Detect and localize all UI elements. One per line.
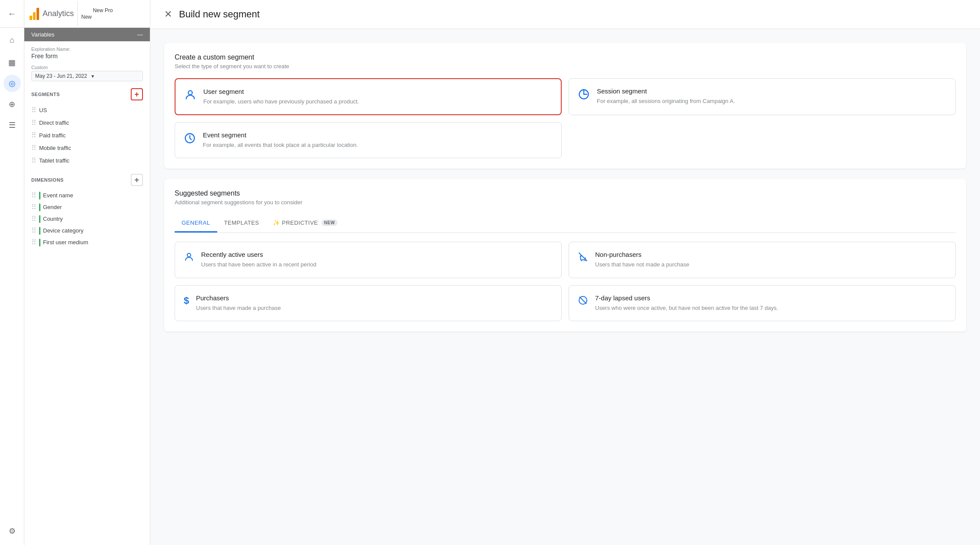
modal-close-button[interactable]: ✕ [164,10,172,19]
exploration-value: Free form [31,53,143,60]
nav-icon-home[interactable]: ⌂ [3,31,21,49]
segment-options-grid: User segment For example, users who have… [175,78,956,158]
session-segment-icon [578,88,590,103]
svg-line-7 [579,297,586,304]
suggested-item-lapsed[interactable]: 7-day lapsed users Users who were once a… [569,285,956,321]
segment-item-paid[interactable]: ⠿ Paid traffic [31,129,143,142]
suggested-item-non-purchasers[interactable]: Non-purchasers Users that have not made … [569,242,956,278]
drag-handle-icon: ⠿ [31,226,36,235]
segment-item-direct[interactable]: ⠿ Direct traffic [31,116,143,129]
modal-title: Build new segment [179,9,260,20]
suggested-grid: Recently active users Users that have be… [175,242,956,321]
tab-predictive[interactable]: ✨ PREDICTIVE NEW [266,214,344,233]
dimension-label: Device category [43,227,83,234]
lapsed-icon [578,295,588,308]
variables-panel: Analytics New Pro New Variables — Explor… [24,0,150,545]
back-icon[interactable]: ← [8,9,17,19]
tab-predictive-label: PREDICTIVE [282,219,318,226]
logo-bar-3 [36,8,39,20]
recently-active-title: Recently active users [201,251,316,258]
add-dimension-button[interactable]: + [131,174,143,186]
segment-label: US [39,107,47,113]
top-bar: Analytics New Pro New [24,0,150,28]
dimension-item-device[interactable]: ⠿ Device category [31,225,143,236]
lapsed-desc: Users who were once active, but have not… [595,304,778,312]
variables-label: Variables [31,31,54,38]
drag-handle-icon: ⠿ [31,119,36,127]
segment-item-us[interactable]: ⠿ US [31,104,143,116]
sparkle-icon: ✨ [273,219,280,226]
purchasers-desc: Users that have made a purchase [196,304,281,312]
purchasers-icon: $ [184,295,189,306]
dimensions-label: DIMENSIONS [31,177,64,183]
drag-handle-icon: ⠿ [31,238,36,246]
tab-general[interactable]: GENERAL [175,214,217,233]
segments-list: ⠿ US ⠿ Direct traffic ⠿ Paid traffic ⠿ M… [31,104,143,167]
non-purchasers-text: Non-purchasers Users that have not made … [595,251,689,269]
date-range-value: May 23 - Jun 21, 2022 [35,73,87,79]
modal-header: ✕ Build new segment [150,0,980,29]
dimension-item-firstuser[interactable]: ⠿ First user medium [31,236,143,248]
nav-icon-target[interactable]: ◎ [3,75,21,92]
dimension-bar [39,203,40,211]
session-segment-desc: For example, all sessions originating fr… [597,97,735,105]
dimension-item-event[interactable]: ⠿ Event name [31,189,143,201]
modal-overlay: ✕ Build new segment Create a custom segm… [150,0,980,545]
variables-content: Exploration Name: Free form Custom May 2… [24,41,150,253]
drag-handle-icon: ⠿ [31,156,36,165]
suggested-segments-subtitle: Additional segment suggestions for you t… [175,199,956,206]
dimension-label: Gender [43,204,62,210]
segment-item-mobile[interactable]: ⠿ Mobile traffic [31,142,143,154]
user-segment-desc: For example, users who have previously p… [203,98,359,106]
dropdown-arrow-icon: ▼ [90,74,95,79]
date-range-picker[interactable]: May 23 - Jun 21, 2022 ▼ [31,71,143,81]
segment-label: Tablet traffic [39,157,70,164]
modal-body: Create a custom segment Select the type … [150,29,980,545]
svg-point-0 [188,91,192,95]
nav-icon-search[interactable]: ⊕ [3,96,21,113]
analytics-title: Analytics [43,9,74,18]
non-purchasers-desc: Users that have not made a purchase [595,261,689,269]
tab-templates[interactable]: TEMPLATES [217,214,266,233]
drag-handle-icon: ⠿ [31,106,36,114]
recently-active-desc: Users that have been active in a recent … [201,261,316,269]
suggested-segments-card: Suggested segments Additional segment su… [164,179,966,331]
left-navigation: ← ⌂ ▦ ◎ ⊕ ☰ ⚙ [0,0,24,545]
dimension-bar [39,239,40,246]
svg-point-5 [585,260,586,261]
logo-bar-1 [30,16,32,20]
recently-active-text: Recently active users Users that have be… [201,251,316,269]
drag-handle-icon: ⠿ [31,144,36,152]
nav-icon-table[interactable]: ☰ [3,116,21,134]
user-segment-option[interactable]: User segment For example, users who have… [175,78,562,115]
non-purchasers-icon [578,252,588,265]
suggested-tabs: GENERAL TEMPLATES ✨ PREDICTIVE NEW [175,214,956,233]
suggested-segments-title: Suggested segments [175,189,956,197]
settings-icon[interactable]: ⚙ [3,522,21,540]
dimensions-list: ⠿ Event name ⠿ Gender ⠿ Country ⠿ [31,189,143,248]
purchasers-text: Purchasers Users that have made a purcha… [196,294,281,312]
custom-label: Custom [31,65,143,70]
segment-label: Mobile traffic [39,145,71,151]
user-segment-icon [184,89,196,103]
segments-label: SEGMENTS [31,92,60,97]
suggested-item-purchasers[interactable]: $ Purchasers Users that have made a purc… [175,285,562,321]
segment-label: Direct traffic [39,120,69,126]
event-segment-title: Event segment [203,131,358,139]
user-segment-title: User segment [203,88,359,95]
collapse-icon[interactable]: — [137,31,143,38]
segment-item-tablet[interactable]: ⠿ Tablet traffic [31,154,143,167]
main-content: ✕ Build new segment Create a custom segm… [150,0,980,545]
add-segment-button[interactable]: + [131,88,143,100]
session-segment-option[interactable]: Session segment For example, all session… [569,78,956,115]
dimension-bar [39,192,40,199]
nav-icon-chart[interactable]: ▦ [3,54,21,71]
event-segment-option[interactable]: Event segment For example, all events th… [175,122,562,158]
suggested-item-recently-active[interactable]: Recently active users Users that have be… [175,242,562,278]
dimension-item-gender[interactable]: ⠿ Gender [31,201,143,213]
non-purchasers-title: Non-purchasers [595,251,689,258]
segment-label: Paid traffic [39,132,66,139]
dimension-item-country[interactable]: ⠿ Country [31,213,143,225]
drag-handle-icon: ⠿ [31,191,36,199]
custom-segment-card: Create a custom segment Select the type … [164,43,966,169]
